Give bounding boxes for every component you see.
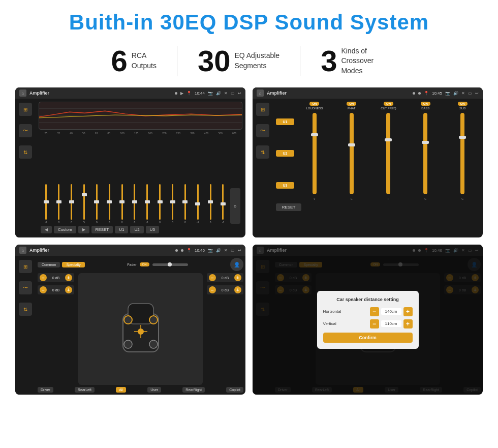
confirm-button[interactable]: Confirm <box>323 333 413 343</box>
vertical-minus-button[interactable]: − <box>370 319 379 328</box>
eq-slider-12[interactable]: -1 <box>192 184 203 224</box>
vol-minus-rl[interactable]: − <box>40 286 47 293</box>
cross-status-dot2 <box>418 92 421 95</box>
fader-icon-button[interactable]: 👤 <box>230 258 243 271</box>
cutfreq-toggle[interactable]: ON <box>384 102 393 106</box>
all-button[interactable]: All <box>116 387 126 393</box>
phat-toggle[interactable]: ON <box>347 102 356 106</box>
cross-preset-u3[interactable]: U3 <box>276 182 294 189</box>
spkf-icon-3[interactable]: ⇅ <box>19 303 32 316</box>
copilot-button[interactable]: Copilot <box>226 387 243 393</box>
vol-minus-rr[interactable]: − <box>209 286 216 293</box>
vol-minus-fr[interactable]: − <box>209 274 216 281</box>
eq-play-button[interactable]: ▶ <box>78 226 89 233</box>
stat-desc-eq: EQ Adjustable Segments <box>234 51 279 71</box>
eq-slider-10[interactable]: 0 <box>167 184 178 224</box>
spkf-win: ▭ <box>231 248 235 253</box>
phat-label: PHAT <box>348 107 356 110</box>
eq-slider-11[interactable]: 0 <box>179 184 191 224</box>
eq-slider-9[interactable]: 0 <box>154 184 166 224</box>
eq-reset-button[interactable]: RESET <box>91 226 113 233</box>
cross-preset-u1[interactable]: U1 <box>276 118 294 125</box>
cross-home-icon[interactable]: ⌂ <box>257 89 264 97</box>
eq-u3-button[interactable]: U3 <box>146 226 159 233</box>
vol-val-rl: 0 dB <box>49 288 63 292</box>
eq-expand-button[interactable]: » <box>230 188 240 224</box>
eq-slider-14[interactable]: -1 <box>217 184 229 224</box>
vertical-plus-button[interactable]: + <box>403 319 413 328</box>
fader-label: Fader <box>127 263 136 266</box>
spkf-home[interactable]: ⌂ <box>19 247 26 254</box>
cross-sidebar-icon-3[interactable]: ⇅ <box>256 145 269 159</box>
loudness-toggle[interactable]: ON <box>309 102 319 106</box>
camera-icon: 📷 <box>208 91 213 96</box>
cross-preset-u2[interactable]: U2 <box>276 150 294 157</box>
cross-sidebar-icon-2[interactable]: 〜 <box>256 124 269 137</box>
eq-prev-button[interactable]: ◀ <box>41 226 52 233</box>
spkf-icon-1[interactable]: ⊞ <box>19 260 32 273</box>
rearleft-button[interactable]: RearLeft <box>75 387 95 393</box>
spkf-car-visual <box>78 273 203 385</box>
dialog-vertical-row: Vertical − 110cm + <box>323 319 413 328</box>
cross-presets: U1 U2 U3 <box>276 102 294 200</box>
spkf-status-bar: ⌂ Amplifier 📍 10:46 📷 🔊 ✕ ▭ ↩ <box>15 245 245 256</box>
driver-button[interactable]: Driver <box>38 387 53 393</box>
vol-plus-fl[interactable]: + <box>65 274 72 281</box>
rearright-button[interactable]: RearRight <box>182 387 205 393</box>
fader-toggle[interactable]: ON <box>140 262 149 266</box>
eq-slider-3[interactable]: 5 <box>79 184 90 224</box>
eq-sidebar-icon-1[interactable]: ⊞ <box>19 103 32 116</box>
user-button[interactable]: User <box>147 387 161 393</box>
vol-minus-fl[interactable]: − <box>40 274 47 281</box>
spkf-close: ✕ <box>224 248 228 253</box>
horizontal-plus-button[interactable]: + <box>403 307 413 316</box>
eq-main-area: 25 32 40 50 63 80 100 125 160 200 250 32… <box>36 99 245 237</box>
distance-dialog: Car speaker distance setting Horizontal … <box>317 291 419 349</box>
sub-toggle[interactable]: ON <box>458 102 468 106</box>
eq-slider-0[interactable]: 0 <box>41 184 52 224</box>
eq-u2-button[interactable]: U2 <box>130 226 143 233</box>
vol-val-fr: 0 dB <box>218 276 232 280</box>
eq-slider-6[interactable]: 0 <box>116 184 128 224</box>
cross-reset-button[interactable]: RESET <box>276 203 301 211</box>
eq-slider-13[interactable]: 0 <box>205 184 216 224</box>
eq-slider-5[interactable]: 0 <box>104 184 115 224</box>
fader-slider[interactable] <box>152 263 188 266</box>
stat-desc-rca: RCA Outputs <box>132 51 157 71</box>
spkf-bottom-row: Driver RearLeft All User RearRight Copil… <box>38 387 243 393</box>
eq-slider-2[interactable]: 0 <box>66 184 77 224</box>
spkf-vol-col-right: − 0 dB + − 0 dB + <box>207 273 243 385</box>
eq-sidebar-icon-2[interactable]: 〜 <box>19 124 32 137</box>
cross-status-dot <box>413 92 415 95</box>
eq-slider-4[interactable]: 0 <box>91 184 102 224</box>
window-icon: ▭ <box>231 91 235 96</box>
back-icon-eq[interactable]: ↩ <box>238 91 241 96</box>
eq-screen: ⌂ Amplifier ▶ 📍 10:44 📷 🔊 ✕ ▭ ↩ ⊞ 〜 ⇅ <box>15 87 245 237</box>
vol-plus-fr[interactable]: + <box>234 274 241 281</box>
sub-val: G <box>461 197 463 200</box>
eq-slider-7[interactable]: 0 <box>129 184 140 224</box>
spkf-icon-2[interactable]: 〜 <box>19 281 32 294</box>
vol-plus-rr[interactable]: + <box>234 286 241 293</box>
vol-plus-rl[interactable]: + <box>65 286 72 293</box>
spkf-back[interactable]: ↩ <box>238 248 241 253</box>
eq-time: 10:44 <box>195 91 205 96</box>
spkf-tab-specialty[interactable]: Specialty <box>62 262 84 267</box>
eq-sidebar-icon-3[interactable]: ⇅ <box>19 145 32 159</box>
cross-sidebar-icon-1[interactable]: ⊞ <box>256 103 269 116</box>
dialog-horizontal-row: Horizontal − 140cm + <box>323 307 413 316</box>
eq-custom-button[interactable]: Custom <box>54 226 76 233</box>
horizontal-minus-button[interactable]: − <box>370 307 379 316</box>
page-container: Buith-in 30EQ DSP Sound System 6 RCA Out… <box>0 0 498 405</box>
home-icon[interactable]: ⌂ <box>19 89 26 97</box>
spkf-vol-control-rl: − 0 dB + <box>38 285 74 294</box>
volume-icon: 🔊 <box>216 91 221 96</box>
spkf-tab-common[interactable]: Common <box>38 262 60 267</box>
eq-slider-1[interactable]: 0 <box>53 184 65 224</box>
eq-slider-8[interactable]: 0 <box>142 184 153 224</box>
eq-u1-button[interactable]: U1 <box>115 226 128 233</box>
cross-back[interactable]: ↩ <box>475 91 479 96</box>
bass-toggle[interactable]: ON <box>421 102 430 106</box>
cross-location: 📍 <box>424 91 429 96</box>
channel-phat: ON PHAT G <box>334 102 369 200</box>
